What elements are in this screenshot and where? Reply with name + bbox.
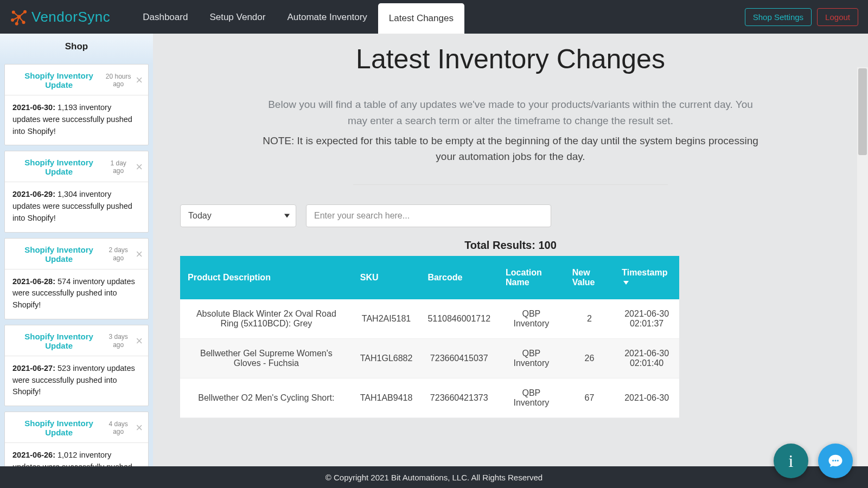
page-intro: Below you will find a table of any updat… xyxy=(261,97,760,130)
table-cell: QBP Inventory xyxy=(498,378,565,418)
footer: © Copyright 2021 Bit Automations, LLC. A… xyxy=(0,466,868,488)
notification-title: Shopify Inventory Update xyxy=(12,158,105,176)
svg-point-11 xyxy=(832,460,834,461)
notification-ago: 1 day ago xyxy=(105,159,131,175)
table-cell: QBP Inventory xyxy=(498,338,565,378)
notification-body: 2021-06-27: 523 inventory updates were s… xyxy=(5,356,148,406)
table-cell: 723660415037 xyxy=(420,338,498,378)
chat-icon xyxy=(827,453,844,469)
navbar: VendorSync Dashboard Setup Vendor Automa… xyxy=(0,0,868,34)
notification-title: Shopify Inventory Update xyxy=(12,71,105,89)
col-new-value[interactable]: New Value xyxy=(565,256,615,299)
col-location-name[interactable]: Location Name xyxy=(498,256,565,299)
close-icon[interactable]: × xyxy=(136,74,143,86)
shop-settings-button[interactable]: Shop Settings xyxy=(745,8,812,26)
table-cell: 2021-06-3002:01:40 xyxy=(614,338,679,378)
total-results-label: Total Results: xyxy=(464,239,535,251)
notification-card: Shopify Inventory Update1 day ago×2021-0… xyxy=(4,151,149,232)
footer-text: © Copyright 2021 Bit Automations, LLC. A… xyxy=(326,473,542,482)
total-results-value: 100 xyxy=(538,239,556,251)
table-cell: 723660421373 xyxy=(420,378,498,418)
notification-title: Shopify Inventory Update xyxy=(12,419,105,437)
notification-body: 2021-06-29: 1,304 inventory updates were… xyxy=(5,182,148,232)
close-icon[interactable]: × xyxy=(136,422,143,434)
svg-point-12 xyxy=(835,460,837,461)
close-icon[interactable]: × xyxy=(136,248,143,260)
notification-ago: 4 days ago xyxy=(105,420,131,436)
page-note: NOTE: It is expected for this table to b… xyxy=(256,133,765,165)
logout-button[interactable]: Logout xyxy=(817,8,858,26)
notification-title: Shopify Inventory Update xyxy=(12,245,105,264)
svg-line-8 xyxy=(19,17,24,22)
table-cell: TAH1GL6882 xyxy=(353,338,420,378)
notification-ago: 20 hours ago xyxy=(105,73,131,88)
notification-ago: 2 days ago xyxy=(105,246,131,262)
table-cell: Bellwether Gel Supreme Women's Gloves - … xyxy=(180,338,353,378)
svg-line-4 xyxy=(19,12,25,17)
nav-latest-changes[interactable]: Latest Changes xyxy=(378,3,464,34)
table-cell: 2 xyxy=(565,299,615,339)
notification-body: 2021-06-28: 574 inventory updates were s… xyxy=(5,269,148,319)
notification-ago: 3 days ago xyxy=(105,333,131,349)
table-cell: TAH2AI5181 xyxy=(353,299,420,339)
close-icon[interactable]: × xyxy=(136,161,143,173)
nav-dashboard[interactable]: Dashboard xyxy=(132,1,199,34)
timeframe-select[interactable]: Today xyxy=(180,204,296,227)
info-icon: i xyxy=(789,451,794,471)
results-table: Product Description SKU Barcode Location… xyxy=(180,256,679,418)
col-barcode[interactable]: Barcode xyxy=(420,256,498,299)
table-cell: QBP Inventory xyxy=(498,299,565,339)
col-sku[interactable]: SKU xyxy=(353,256,420,299)
logo-icon xyxy=(10,8,28,26)
table-row: Absolute Black Winter 2x Oval Road Ring … xyxy=(180,299,679,339)
info-fab[interactable]: i xyxy=(774,444,808,478)
notification-card: Shopify Inventory Update2 days ago×2021-… xyxy=(4,238,149,319)
table-cell: 67 xyxy=(565,378,615,418)
page-title: Latest Inventory Changes xyxy=(175,43,846,75)
table-cell: 2021-06-30 xyxy=(614,378,679,418)
notification-title: Shopify Inventory Update xyxy=(12,332,105,350)
brand-name: VendorSync xyxy=(31,9,110,25)
svg-point-13 xyxy=(837,460,839,461)
total-results: Total Results: 100 xyxy=(175,239,846,252)
notification-card: Shopify Inventory Update3 days ago×2021-… xyxy=(4,325,149,406)
nav-setup-vendor[interactable]: Setup Vendor xyxy=(199,1,276,34)
col-product-description[interactable]: Product Description xyxy=(180,256,353,299)
nav-links: Dashboard Setup Vendor Automate Inventor… xyxy=(132,0,464,34)
main-content: Latest Inventory Changes Below you will … xyxy=(153,34,868,488)
close-icon[interactable]: × xyxy=(136,335,143,347)
table-cell: 26 xyxy=(565,338,615,378)
table-cell: Absolute Black Winter 2x Oval Road Ring … xyxy=(180,299,353,339)
table-cell: 5110846001712 xyxy=(420,299,498,339)
col-timestamp[interactable]: Timestamp xyxy=(614,256,679,299)
table-cell: TAH1AB9418 xyxy=(353,378,420,418)
table-cell: Bellwether O2 Men's Cycling Short: xyxy=(180,378,353,418)
table-row: Bellwether Gel Supreme Women's Gloves - … xyxy=(180,338,679,378)
sidebar-title: Shop xyxy=(0,34,153,64)
notification-card: Shopify Inventory Update20 hours ago×202… xyxy=(4,64,149,145)
notification-body: 2021-06-30: 1,193 inventory updates were… xyxy=(5,95,148,145)
chat-fab[interactable] xyxy=(818,444,853,478)
table-cell: 2021-06-3002:01:37 xyxy=(614,299,679,339)
sidebar: Shop Shopify Inventory Update20 hours ag… xyxy=(0,34,153,488)
table-row: Bellwether O2 Men's Cycling Short:TAH1AB… xyxy=(180,378,679,418)
divider xyxy=(353,184,668,185)
svg-line-2 xyxy=(14,12,19,17)
nav-automate-inventory[interactable]: Automate Inventory xyxy=(276,1,378,34)
search-input[interactable] xyxy=(306,204,551,227)
brand[interactable]: VendorSync xyxy=(10,8,110,26)
